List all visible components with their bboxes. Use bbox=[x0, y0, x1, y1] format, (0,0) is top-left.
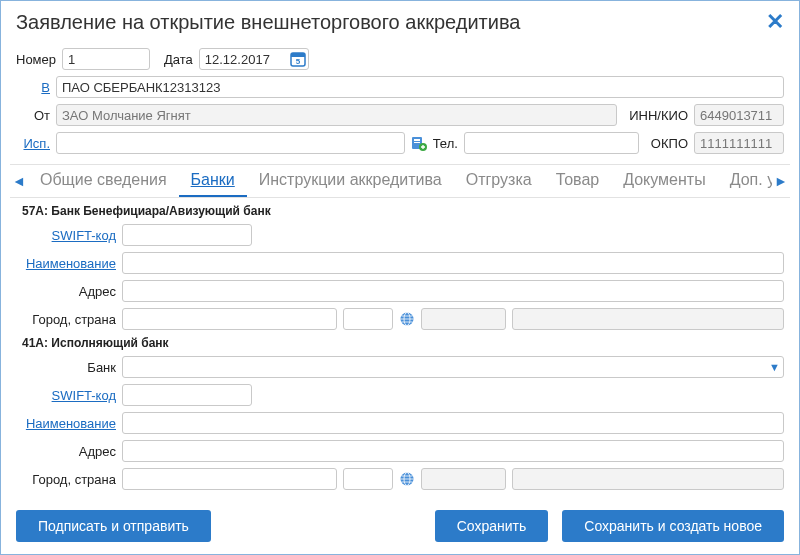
date-label: Дата bbox=[164, 52, 193, 67]
tabs-container: ◄ Общие сведенияБанкиИнструкции аккредит… bbox=[10, 164, 790, 198]
from-label: От bbox=[16, 108, 50, 123]
globe-icon-41[interactable] bbox=[399, 471, 415, 487]
inn-label: ИНН/КИО bbox=[629, 108, 688, 123]
bank-select-input-41[interactable] bbox=[122, 356, 784, 378]
chevron-down-icon[interactable]: ▼ bbox=[769, 361, 780, 373]
row-number-date: Номер Дата 5 bbox=[16, 48, 784, 70]
isp-label-link[interactable]: Исп. bbox=[16, 136, 50, 151]
v-label-link[interactable]: В bbox=[16, 80, 50, 95]
svg-text:5: 5 bbox=[296, 57, 301, 66]
number-label: Номер bbox=[16, 52, 56, 67]
tab-1[interactable]: Банки bbox=[179, 165, 247, 197]
country-ro2-57 bbox=[512, 308, 784, 330]
section-41a-title: 41A: Исполняющий банк bbox=[22, 336, 784, 350]
isp-input[interactable] bbox=[56, 132, 405, 154]
tab-scroll-left-icon[interactable]: ◄ bbox=[10, 165, 28, 197]
country-ro1-57 bbox=[421, 308, 506, 330]
city-label-41: Город, страна bbox=[22, 472, 122, 487]
row-from: От ИНН/КИО bbox=[16, 104, 784, 126]
okpo-input bbox=[694, 132, 784, 154]
number-input[interactable] bbox=[62, 48, 150, 70]
save-and-new-button[interactable]: Сохранить и создать новое bbox=[562, 510, 784, 542]
name-label-41[interactable]: Наименование bbox=[22, 416, 122, 431]
section-41a: 41A: Исполняющий банк Банк ▼ SWIFT-код Н… bbox=[16, 336, 784, 490]
globe-icon-57[interactable] bbox=[399, 311, 415, 327]
title-bar: Заявление на открытие внешнеторгового ак… bbox=[16, 11, 784, 34]
row-v: В bbox=[16, 76, 784, 98]
add-contact-icon[interactable] bbox=[411, 135, 427, 151]
dialog-title: Заявление на открытие внешнеторгового ак… bbox=[16, 11, 520, 34]
dialog-window: Заявление на открытие внешнеторгового ак… bbox=[0, 0, 800, 555]
tab-6[interactable]: Доп. ус bbox=[718, 165, 772, 197]
name-input-57[interactable] bbox=[122, 252, 784, 274]
v-input[interactable] bbox=[56, 76, 784, 98]
city-label-57: Город, страна bbox=[22, 312, 122, 327]
swift-input-57[interactable] bbox=[122, 224, 252, 246]
tab-5[interactable]: Документы bbox=[611, 165, 717, 197]
from-input bbox=[56, 104, 617, 126]
okpo-label: ОКПО bbox=[651, 136, 688, 151]
swift-label-57[interactable]: SWIFT-код bbox=[22, 228, 122, 243]
close-icon[interactable]: ✕ bbox=[766, 11, 784, 33]
country-ro1-41 bbox=[421, 468, 506, 490]
name-label-57[interactable]: Наименование bbox=[22, 256, 122, 271]
country-code-input-41[interactable] bbox=[343, 468, 393, 490]
svg-rect-5 bbox=[414, 142, 420, 143]
date-field: 5 bbox=[199, 48, 309, 70]
addr-input-41[interactable] bbox=[122, 440, 784, 462]
swift-input-41[interactable] bbox=[122, 384, 252, 406]
calendar-icon[interactable]: 5 bbox=[289, 50, 307, 68]
tab-0[interactable]: Общие сведения bbox=[28, 165, 179, 197]
button-bar: Подписать и отправить Сохранить Сохранит… bbox=[16, 510, 784, 542]
addr-input-57[interactable] bbox=[122, 280, 784, 302]
sign-and-send-button[interactable]: Подписать и отправить bbox=[16, 510, 211, 542]
tabs: Общие сведенияБанкиИнструкции аккредитив… bbox=[28, 165, 772, 197]
name-input-41[interactable] bbox=[122, 412, 784, 434]
swift-label-41[interactable]: SWIFT-код bbox=[22, 388, 122, 403]
tel-label: Тел. bbox=[433, 136, 458, 151]
city-input-41[interactable] bbox=[122, 468, 337, 490]
tab-2[interactable]: Инструкции аккредитива bbox=[247, 165, 454, 197]
bank-label-41: Банк bbox=[22, 360, 122, 375]
tab-scroll-right-icon[interactable]: ► bbox=[772, 165, 790, 197]
country-ro2-41 bbox=[512, 468, 784, 490]
tab-4[interactable]: Товар bbox=[544, 165, 612, 197]
row-isp: Исп. Тел. ОКПО bbox=[16, 132, 784, 154]
save-button[interactable]: Сохранить bbox=[435, 510, 549, 542]
addr-label-41: Адрес bbox=[22, 444, 122, 459]
section-57a-title: 57A: Банк Бенефициара/Авизующий банк bbox=[22, 204, 784, 218]
city-input-57[interactable] bbox=[122, 308, 337, 330]
tel-input[interactable] bbox=[464, 132, 639, 154]
tab-3[interactable]: Отгрузка bbox=[454, 165, 544, 197]
addr-label-57: Адрес bbox=[22, 284, 122, 299]
inn-input bbox=[694, 104, 784, 126]
section-57a: 57A: Банк Бенефициара/Авизующий банк SWI… bbox=[16, 204, 784, 330]
country-code-input-57[interactable] bbox=[343, 308, 393, 330]
bank-select-41[interactable]: ▼ bbox=[122, 356, 784, 378]
svg-rect-4 bbox=[414, 139, 420, 141]
